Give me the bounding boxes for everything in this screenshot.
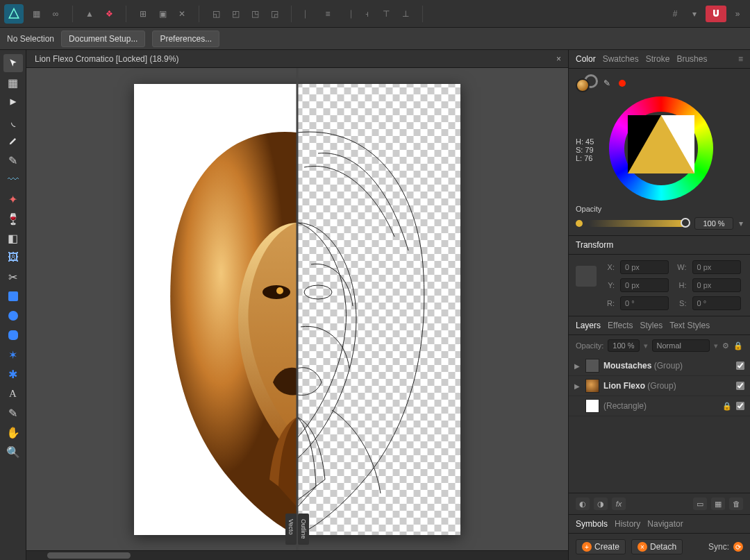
opacity-dropdown-icon[interactable]: ▾ xyxy=(739,219,743,228)
layer-opacity-select[interactable]: 100 % xyxy=(608,339,639,352)
blend-mode-select[interactable]: Normal xyxy=(652,339,710,352)
split-divider[interactable] xyxy=(297,68,299,550)
layer-lock-all-icon[interactable]: 🔒 xyxy=(733,341,743,350)
close-tab-icon[interactable]: × xyxy=(556,54,561,64)
shape-ellipse-tool-icon[interactable] xyxy=(3,307,23,325)
opacity-slider[interactable] xyxy=(588,220,689,227)
share-icon[interactable]: ∞ xyxy=(47,6,64,22)
grid-toggle-icon[interactable]: # xyxy=(667,6,683,22)
zoom-tool-icon[interactable]: 🔍 xyxy=(3,443,23,461)
node-tool-icon[interactable] xyxy=(3,93,23,111)
anchor-selector[interactable] xyxy=(576,266,597,287)
tab-color[interactable]: Color xyxy=(576,54,596,64)
y-input[interactable] xyxy=(620,278,669,292)
text-tool-icon[interactable]: A xyxy=(3,384,23,402)
layers-up-icon[interactable]: ▲ xyxy=(81,6,98,22)
tab-transform[interactable]: Transform xyxy=(576,240,613,250)
align-left-icon[interactable]: ⎸ xyxy=(300,6,317,22)
align-right-icon[interactable]: ⎹ xyxy=(339,6,356,22)
sampled-color-swatch[interactable] xyxy=(619,80,626,87)
document-tab[interactable]: Lion Flexo Cromatico [Locked] (18.9%) × xyxy=(26,50,568,68)
opacity-input[interactable] xyxy=(694,217,733,230)
align-center-icon[interactable]: ≡ xyxy=(319,6,336,22)
expand-icon[interactable]: ▶ xyxy=(574,382,581,390)
color-wheel[interactable] xyxy=(609,96,713,201)
shape-rect-tool-icon[interactable] xyxy=(3,287,23,305)
layer-settings-icon[interactable]: ⚙ xyxy=(722,341,729,350)
fx-layer-icon[interactable]: fx xyxy=(612,498,626,510)
pan-tool-icon[interactable]: ✋ xyxy=(3,423,23,441)
tab-textstyles[interactable]: Text Styles xyxy=(669,321,710,330)
artboard-tool-icon[interactable]: ▦ xyxy=(3,74,23,92)
crop-tool-icon[interactable]: ✂ xyxy=(3,268,23,286)
mask-layer-icon[interactable]: ◐ xyxy=(576,498,590,510)
lock-icon[interactable]: 🔒 xyxy=(722,402,732,411)
visibility-checkbox[interactable] xyxy=(736,382,744,390)
arrange-back-icon[interactable]: ◱ xyxy=(208,6,224,22)
s-input[interactable] xyxy=(692,296,741,310)
distribute-icon[interactable]: ⫞ xyxy=(358,6,375,22)
tab-symbols[interactable]: Symbols xyxy=(576,519,608,529)
visibility-checkbox[interactable] xyxy=(736,362,744,370)
document-setup-button[interactable]: Document Setup... xyxy=(61,31,145,47)
w-input[interactable] xyxy=(692,260,741,274)
eyedropper-tool-icon[interactable]: ✎ xyxy=(3,404,23,422)
shape-star-tool-icon[interactable]: ✶ xyxy=(3,346,23,364)
palette-icon[interactable]: ❖ xyxy=(101,6,117,22)
fill-tool-icon[interactable]: ✦ xyxy=(3,190,23,208)
snap-nodes-icon[interactable]: ✕ xyxy=(174,6,190,22)
add-layer-icon[interactable]: ▭ xyxy=(693,498,707,510)
panel-menu-icon[interactable]: ≡ xyxy=(738,54,743,64)
shape-cog-tool-icon[interactable]: ✱ xyxy=(3,365,23,383)
snap-grid-icon[interactable]: ⊞ xyxy=(135,6,151,22)
pencil-tool-icon[interactable]: ✎ xyxy=(3,151,23,169)
expand-icon[interactable]: ▶ xyxy=(574,362,581,370)
move-tool-icon[interactable] xyxy=(3,54,23,72)
overflow-icon[interactable]: » xyxy=(729,6,746,22)
sync-toggle-icon[interactable]: ⟳ xyxy=(733,542,743,552)
arrange-backward-icon[interactable]: ◰ xyxy=(227,6,244,22)
tab-effects[interactable]: Effects xyxy=(608,321,633,330)
shape-rounded-tool-icon[interactable] xyxy=(3,326,23,344)
align-top-icon[interactable]: ⊤ xyxy=(378,6,394,22)
tab-navigator[interactable]: Navigator xyxy=(647,519,683,529)
tab-history[interactable]: History xyxy=(615,519,640,529)
snap-bounds-icon[interactable]: ▣ xyxy=(154,6,171,22)
adjustment-layer-icon[interactable]: ◑ xyxy=(594,498,608,510)
pen-tool-icon[interactable] xyxy=(3,132,23,150)
gradient-tool-icon[interactable]: 🍷 xyxy=(3,210,23,228)
create-symbol-button[interactable]: + Create xyxy=(576,539,626,554)
layer-row[interactable]: ▶Moustaches (Group) xyxy=(569,356,750,376)
arrange-front-icon[interactable]: ◲ xyxy=(266,6,283,22)
r-input[interactable] xyxy=(620,296,669,310)
brush-tool-icon[interactable]: 〰 xyxy=(3,171,23,189)
add-pixel-layer-icon[interactable]: ▦ xyxy=(711,498,725,510)
transparency-tool-icon[interactable]: ◧ xyxy=(3,229,23,247)
layer-row[interactable]: ▶Lion Flexo (Group) xyxy=(569,376,750,396)
delete-layer-icon[interactable]: 🗑 xyxy=(729,498,743,510)
tab-swatches[interactable]: Swatches xyxy=(603,54,639,64)
place-image-tool-icon[interactable]: 🖼 xyxy=(3,248,23,266)
align-bottom-icon[interactable]: ⊥ xyxy=(397,6,414,22)
tab-brushes[interactable]: Brushes xyxy=(676,54,707,64)
arrange-forward-icon[interactable]: ◳ xyxy=(247,6,263,22)
dropdown-icon[interactable]: ▾ xyxy=(686,6,703,22)
corner-tool-icon[interactable]: ◟ xyxy=(3,112,23,130)
preferences-button[interactable]: Preferences... xyxy=(152,31,219,47)
view-mode-icon[interactable]: ▦ xyxy=(28,6,44,22)
x-input[interactable] xyxy=(620,260,669,274)
viewport[interactable]: Vecto Outline xyxy=(26,68,568,550)
color-triangle[interactable] xyxy=(628,115,694,173)
app-logo-icon[interactable] xyxy=(4,4,24,24)
tab-styles[interactable]: Styles xyxy=(640,321,663,330)
tab-layers[interactable]: Layers xyxy=(576,321,601,330)
horizontal-scrollbar[interactable] xyxy=(26,550,568,560)
magnet-snap-icon[interactable] xyxy=(706,6,726,22)
layer-row[interactable]: (Rectangle)🔒 xyxy=(569,396,750,416)
tab-stroke[interactable]: Stroke xyxy=(646,54,670,64)
visibility-checkbox[interactable] xyxy=(736,402,744,410)
fill-stroke-selector[interactable] xyxy=(576,74,599,92)
h-input[interactable] xyxy=(692,278,741,292)
eyedropper-mini-icon[interactable]: ✎ xyxy=(603,78,610,88)
detach-symbol-button[interactable]: × Detach xyxy=(631,539,683,554)
